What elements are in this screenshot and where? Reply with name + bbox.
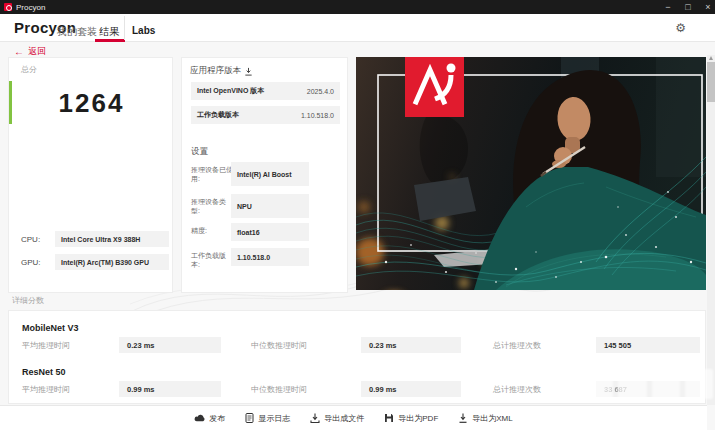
hero-illustration bbox=[356, 57, 706, 290]
gpu-value-box: Intel(R) Arc(TM) B390 GPU bbox=[55, 254, 169, 270]
inference-device-label: 推理设备已使用: bbox=[191, 165, 233, 183]
mobilenet-avg-box: 0.23 ms bbox=[119, 337, 221, 353]
scrollbar-thumb[interactable] bbox=[707, 62, 715, 102]
overall-score-title: 总分 bbox=[21, 64, 37, 75]
app-version-title: 应用程序版本 bbox=[190, 65, 241, 77]
export-file-button[interactable]: 导出成文件 bbox=[310, 413, 364, 424]
mobilenet-avg-label: 平均推理时间 bbox=[22, 340, 70, 351]
resnet-median-label: 中位数推理时间 bbox=[251, 384, 307, 395]
nav-bar: Procyon 我的套装 结果 Labs ⚙ bbox=[0, 14, 720, 42]
footer-toolbar: 发布 显示日志 导出成文件 导出为PDF bbox=[0, 405, 707, 430]
scrollbar-up-arrow[interactable] bbox=[709, 56, 713, 60]
ul-app-icon bbox=[4, 3, 12, 11]
show-logs-button[interactable]: 显示日志 bbox=[245, 413, 290, 424]
gpu-value: Intel(R) Arc(TM) B390 GPU bbox=[61, 259, 149, 266]
title-bar: Procyon − □ × bbox=[0, 0, 720, 14]
configuration-card: 应用程序版本 Intel OpenVINO 版本 2025.4.0 工作负载版本… bbox=[181, 57, 348, 293]
openvino-version-value: 2025.4.0 bbox=[307, 88, 334, 95]
workload-version2-box: 1.10.518.0 bbox=[231, 248, 309, 266]
minimize-button[interactable]: − bbox=[658, 0, 678, 14]
mobilenet-avg-value: 0.23 ms bbox=[127, 341, 155, 350]
device-type-box: NPU bbox=[231, 194, 309, 218]
tab-results[interactable]: 结果 bbox=[99, 25, 119, 39]
workload-version-label: 工作负载版本 bbox=[197, 110, 239, 120]
publish-button[interactable]: 发布 bbox=[194, 413, 225, 424]
workload-version-row: 工作负载版本 1.10.518.0 bbox=[191, 106, 340, 124]
cpu-label: CPU: bbox=[21, 235, 40, 244]
detailed-scores-title: 详细分数 bbox=[12, 295, 44, 306]
mobilenet-median-label: 中位数推理时间 bbox=[251, 340, 307, 351]
group-mobilenet-name: MobileNet V3 bbox=[22, 323, 79, 333]
workload-version-value: 1.10.518.0 bbox=[301, 112, 334, 119]
maximize-button[interactable]: □ bbox=[678, 0, 698, 14]
inference-device-box: Intel(R) AI Boost bbox=[231, 162, 309, 186]
download-icon[interactable] bbox=[244, 67, 253, 76]
export-file-label: 导出成文件 bbox=[324, 413, 364, 424]
cpu-value: Intel Core Ultra X9 388H bbox=[61, 236, 140, 243]
precision-value: float16 bbox=[237, 229, 260, 236]
resnet-count-box: 33 687 bbox=[596, 381, 700, 397]
device-type-value: NPU bbox=[237, 203, 252, 210]
save-pdf-icon bbox=[384, 413, 394, 423]
mobilenet-count-label: 总计推理次数 bbox=[493, 340, 541, 351]
export-pdf-button[interactable]: 导出为PDF bbox=[384, 413, 438, 424]
inference-device-value: Intel(R) AI Boost bbox=[237, 171, 292, 178]
procyon-app-window: Procyon − □ × Procyon 我的套装 结果 Labs ⚙ ← 返… bbox=[0, 0, 720, 430]
mobilenet-median-value: 0.23 ms bbox=[369, 341, 397, 350]
resnet-count-value: 33 687 bbox=[604, 385, 627, 394]
gear-icon[interactable]: ⚙ bbox=[675, 21, 686, 35]
publish-label: 发布 bbox=[209, 413, 225, 424]
resnet-median-box: 0.99 ms bbox=[361, 381, 461, 397]
export-file-icon bbox=[310, 413, 320, 423]
overall-score-value: 1264 bbox=[9, 88, 174, 119]
resnet-avg-box: 0.99 ms bbox=[119, 381, 221, 397]
openvino-version-row: Intel OpenVINO 版本 2025.4.0 bbox=[191, 82, 340, 100]
openvino-version-label: Intel OpenVINO 版本 bbox=[197, 86, 264, 96]
settings-title: 设置 bbox=[191, 146, 208, 158]
mobilenet-median-box: 0.23 ms bbox=[361, 337, 461, 353]
precision-label: 精度: bbox=[191, 226, 233, 235]
export-xml-label: 导出为XML bbox=[472, 413, 512, 424]
overall-score-card: 总分 1264 CPU: Intel Core Ultra X9 388H GP… bbox=[8, 57, 173, 293]
resnet-avg-label: 平均推理时间 bbox=[22, 384, 70, 395]
export-pdf-label: 导出为PDF bbox=[398, 413, 438, 424]
procyon-ai-logo bbox=[405, 57, 464, 117]
workload-version2-label: 工作负载版本: bbox=[191, 251, 233, 269]
tab-labs[interactable]: Labs bbox=[132, 25, 155, 36]
detailed-scores-card: MobileNet V3 平均推理时间 0.23 ms 中位数推理时间 0.23… bbox=[8, 310, 706, 404]
window-title: Procyon bbox=[16, 3, 45, 12]
hero-image bbox=[356, 57, 706, 290]
resnet-median-value: 0.99 ms bbox=[369, 385, 397, 394]
precision-box: float16 bbox=[231, 223, 309, 241]
nav-divider bbox=[124, 16, 125, 40]
mobilenet-count-value: 145 505 bbox=[604, 341, 631, 350]
device-type-label: 推理设备类型: bbox=[191, 197, 233, 215]
resnet-count-label: 总计推理次数 bbox=[493, 384, 541, 395]
gpu-label: GPU: bbox=[21, 258, 41, 267]
log-file-icon bbox=[245, 413, 254, 423]
tab-my-suites[interactable]: 我的套装 bbox=[57, 25, 97, 39]
export-xml-icon bbox=[458, 413, 468, 423]
back-arrow-icon: ← bbox=[14, 46, 24, 57]
resnet-avg-value: 0.99 ms bbox=[127, 385, 155, 394]
mobilenet-count-box: 145 505 bbox=[596, 337, 700, 353]
scrollbar-track[interactable] bbox=[707, 55, 715, 405]
cloud-upload-icon bbox=[194, 413, 205, 423]
window-edge bbox=[715, 0, 720, 430]
cpu-value-box: Intel Core Ultra X9 388H bbox=[55, 231, 169, 247]
show-logs-label: 显示日志 bbox=[258, 413, 290, 424]
group-resnet-name: ResNet 50 bbox=[22, 367, 66, 377]
export-xml-button[interactable]: 导出为XML bbox=[458, 413, 512, 424]
active-tab-underline bbox=[95, 39, 125, 42]
workload-version2-value: 1.10.518.0 bbox=[237, 254, 270, 261]
